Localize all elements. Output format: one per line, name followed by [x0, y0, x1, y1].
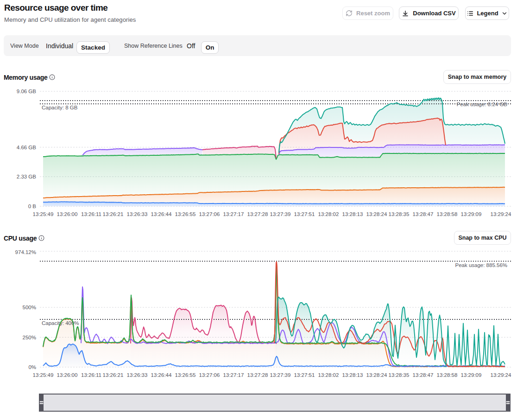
svg-text:13:26:00: 13:26:00 — [57, 211, 78, 217]
svg-text:13:27:51: 13:27:51 — [294, 211, 315, 217]
svg-text:13:26:55: 13:26:55 — [175, 372, 196, 378]
svg-text:13:28:47: 13:28:47 — [413, 372, 434, 378]
svg-text:13:26:21: 13:26:21 — [103, 372, 124, 378]
svg-text:13:27:17: 13:27:17 — [223, 372, 244, 378]
svg-text:13:29:09: 13:29:09 — [461, 211, 482, 217]
svg-text:13:27:39: 13:27:39 — [270, 211, 291, 217]
svg-text:Capacity: 8 GB: Capacity: 8 GB — [42, 105, 78, 110]
svg-text:13:28:24: 13:28:24 — [366, 211, 387, 217]
svg-text:13:28:02: 13:28:02 — [318, 372, 339, 378]
svg-text:13:27:06: 13:27:06 — [199, 372, 220, 378]
svg-text:13:28:58: 13:28:58 — [437, 372, 458, 378]
svg-text:13:27:51: 13:27:51 — [294, 372, 315, 378]
svg-text:13:28:24: 13:28:24 — [366, 372, 387, 378]
svg-text:13:28:02: 13:28:02 — [318, 211, 339, 217]
svg-text:13:28:47: 13:28:47 — [413, 211, 434, 217]
svg-text:13:26:55: 13:26:55 — [175, 211, 196, 217]
svg-text:13:26:00: 13:26:00 — [57, 372, 78, 378]
svg-text:13:26:33: 13:26:33 — [127, 211, 148, 217]
svg-text:13:27:39: 13:27:39 — [270, 372, 291, 378]
svg-text:13:29:24: 13:29:24 — [491, 372, 511, 378]
svg-text:Peak usage: 885.56%: Peak usage: 885.56% — [455, 262, 507, 268]
svg-text:Peak usage: 8.24 GB: Peak usage: 8.24 GB — [457, 102, 508, 107]
svg-text:500%: 500% — [23, 305, 36, 310]
svg-text:13:28:35: 13:28:35 — [389, 211, 410, 217]
svg-text:13:26:44: 13:26:44 — [151, 372, 172, 378]
svg-text:13:28:58: 13:28:58 — [437, 211, 458, 217]
svg-text:13:26:11: 13:26:11 — [81, 211, 101, 217]
svg-text:13:25:49: 13:25:49 — [33, 372, 54, 378]
svg-text:13:27:17: 13:27:17 — [223, 211, 244, 217]
svg-text:13:26:11: 13:26:11 — [81, 372, 101, 378]
svg-text:13:28:13: 13:28:13 — [342, 211, 363, 217]
svg-text:13:25:49: 13:25:49 — [33, 211, 54, 217]
svg-text:13:27:28: 13:27:28 — [247, 211, 268, 217]
svg-text:13:29:24: 13:29:24 — [491, 211, 511, 217]
svg-text:250%: 250% — [23, 335, 36, 340]
svg-text:13:26:33: 13:26:33 — [127, 372, 148, 378]
svg-text:13:26:44: 13:26:44 — [151, 211, 172, 217]
svg-text:974.12%: 974.12% — [15, 249, 36, 255]
svg-text:0%: 0% — [28, 364, 36, 370]
svg-text:13:26:21: 13:26:21 — [103, 211, 124, 217]
svg-text:13:27:28: 13:27:28 — [247, 372, 268, 378]
svg-text:2.33 GB: 2.33 GB — [17, 174, 37, 179]
svg-text:0 B: 0 B — [28, 204, 37, 209]
svg-text:13:27:06: 13:27:06 — [199, 211, 220, 217]
svg-text:13:29:09: 13:29:09 — [461, 372, 482, 378]
svg-text:13:28:13: 13:28:13 — [342, 372, 363, 378]
svg-text:13:28:35: 13:28:35 — [389, 372, 410, 378]
svg-text:9.06 GB: 9.06 GB — [17, 89, 37, 94]
svg-text:4.66 GB: 4.66 GB — [17, 145, 37, 150]
